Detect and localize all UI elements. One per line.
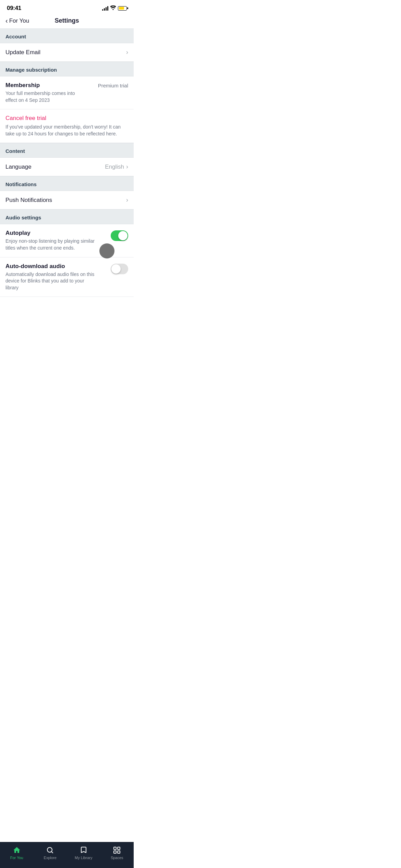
wifi-icon xyxy=(110,5,116,11)
language-value-wrap: English › xyxy=(105,163,128,170)
autoplay-description: Enjoy non-stop listening by playing simi… xyxy=(5,238,98,251)
membership-badge: Premium trial xyxy=(98,82,128,88)
section-account-header: Account xyxy=(0,28,134,43)
autoplay-title: Autoplay xyxy=(5,230,98,237)
push-notifications-row[interactable]: Push Notifications › xyxy=(0,191,134,209)
membership-description: Your full membership comes into effect o… xyxy=(5,90,81,104)
update-email-row[interactable]: Update Email › xyxy=(0,43,134,62)
back-label: For You xyxy=(9,17,29,24)
auto-download-toggle-thumb xyxy=(111,264,121,274)
section-content-header: Content xyxy=(0,143,134,158)
update-email-label: Update Email xyxy=(5,49,40,56)
section-audio-settings-header: Audio settings xyxy=(0,209,134,224)
language-chevron-icon: › xyxy=(126,163,128,170)
page-title: Settings xyxy=(54,17,79,24)
signal-icon xyxy=(102,6,108,11)
cancel-trial-row[interactable]: Cancel free trial If you've updated your… xyxy=(0,109,134,143)
auto-download-title: Auto-download audio xyxy=(5,263,98,270)
section-manage-subscription-header: Manage subscription xyxy=(0,62,134,76)
membership-info: Membership Your full membership comes in… xyxy=(5,82,81,104)
battery-icon xyxy=(118,6,127,11)
autoplay-toggle-thumb xyxy=(118,231,127,240)
language-label: Language xyxy=(5,164,32,170)
membership-row: Membership Your full membership comes in… xyxy=(0,76,134,109)
status-bar: 09:41 xyxy=(0,0,134,14)
autoplay-toggle[interactable] xyxy=(111,230,128,241)
settings-content: Account Update Email › Manage subscripti… xyxy=(0,28,134,297)
section-notifications-header: Notifications xyxy=(0,176,134,191)
language-value: English xyxy=(105,164,124,170)
auto-download-row: Auto-download audio Automatically downlo… xyxy=(0,257,134,297)
nav-header: ‹ For You Settings xyxy=(0,14,134,28)
auto-download-toggle[interactable] xyxy=(111,264,128,274)
cancel-trial-title[interactable]: Cancel free trial xyxy=(5,115,128,122)
push-notifications-chevron-icon: › xyxy=(126,196,128,204)
push-notifications-label: Push Notifications xyxy=(5,197,52,204)
status-time: 09:41 xyxy=(7,5,21,12)
membership-title: Membership xyxy=(5,82,81,89)
language-row[interactable]: Language English › xyxy=(0,158,134,176)
cancel-trial-description: If you've updated your membership, don't… xyxy=(5,124,128,137)
chevron-right-icon: › xyxy=(126,49,128,56)
back-button[interactable]: ‹ For You xyxy=(5,17,29,24)
autoplay-row: Autoplay Enjoy non-stop listening by pla… xyxy=(0,224,134,257)
status-icons xyxy=(102,5,127,11)
auto-download-description: Automatically download audio files on th… xyxy=(5,271,98,291)
back-chevron-icon: ‹ xyxy=(5,17,8,24)
